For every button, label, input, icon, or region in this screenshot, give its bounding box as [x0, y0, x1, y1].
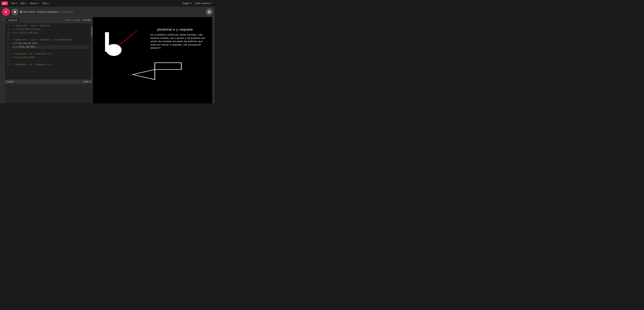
sidebar-toggle[interactable]: › — [0, 17, 5, 103]
editor-header: sketch.js• Saved: 1 day ago Preview — [5, 17, 93, 23]
sketch-menu-arrow: ▼ — [37, 2, 39, 4]
svg-point-3 — [106, 44, 122, 56]
file-menu-arrow: ▼ — [16, 2, 17, 4]
scrollbar-thumb[interactable] — [91, 27, 92, 37]
sketch-canvas: ybolinha e y raquete se a bolinha contin… — [93, 17, 212, 103]
saved-status: Saved: 1 day ago — [64, 19, 80, 21]
console-panel: Console Clear ▼ — [5, 80, 93, 103]
code-line-17 — [12, 59, 89, 63]
help-menu-arrow: ▼ — [47, 2, 49, 4]
play-button[interactable] — [2, 8, 10, 16]
toolbar: Auto-refresh Pong no Cartesiano ✎ by oro… — [0, 7, 215, 17]
code-line-9: //circle(55,165,50); — [12, 31, 89, 35]
code-editor[interactable]: 7 8 9 10 11 12 13 14 15 16 17 18 ///yBol… — [5, 23, 93, 80]
user-menu[interactable]: Hello, oromeu! ▼ — [194, 1, 213, 5]
right-sidebar — [212, 17, 215, 103]
sketch-author: by oromeu — [62, 11, 73, 13]
code-content[interactable]: ///yBolinha - raio = yRaquete //rect(10,… — [11, 23, 91, 80]
settings-button[interactable] — [206, 9, 213, 15]
main-area: › sketch.js• Saved: 1 day ago Preview 7 … — [0, 17, 215, 103]
console-body — [5, 84, 93, 103]
svg-rect-0 — [14, 11, 16, 13]
code-line-13: circle(55,140,50); — [12, 45, 89, 49]
code-line-7: ///yBolinha - raio = yRaquete — [12, 24, 89, 28]
auto-refresh-checkbox[interactable] — [20, 11, 22, 13]
console-clear-button[interactable]: Clear ▼ — [83, 80, 91, 83]
stop-button[interactable] — [12, 9, 18, 15]
auto-refresh-toggle[interactable]: Auto-refresh — [20, 11, 36, 13]
language-selector[interactable]: English ▼ — [181, 1, 193, 5]
editor-panel: sketch.js• Saved: 1 day ago Preview 7 8 … — [5, 17, 93, 103]
lang-arrow: ▼ — [190, 2, 192, 4]
file-tab[interactable]: sketch.js• — [6, 18, 20, 22]
code-line-14 — [12, 49, 89, 52]
line-numbers: 7 8 9 10 11 12 13 14 15 16 17 18 — [5, 23, 11, 80]
help-menu[interactable]: Help ▼ — [41, 1, 50, 5]
code-line-8: //rect(10,140,20,120); — [12, 28, 89, 31]
chevron-right-icon: › — [2, 18, 3, 21]
menu-bar: p5* File ▼ Edit ▼ Sketch ▼ Help ▼ Englis… — [0, 0, 215, 7]
preview-panel: ybolinha e y raquete se a bolinha contin… — [93, 17, 212, 103]
code-line-15: ///xBolinha = 0 / yBolinha = 0 — [12, 52, 89, 56]
chevron-down-icon: ▼ — [89, 80, 91, 83]
sketch-menu[interactable]: Sketch ▼ — [29, 1, 40, 5]
console-header: Console Clear ▼ — [5, 80, 93, 84]
code-line-16: //circle(0,0,200); — [12, 56, 89, 59]
code-line-10 — [12, 35, 89, 38]
svg-text:ybolinha e y raquete: ybolinha e y raquete — [157, 28, 193, 31]
user-arrow: ▼ — [210, 2, 212, 4]
scrollbar-track[interactable] — [91, 23, 93, 80]
preview-label: Preview — [83, 19, 91, 21]
code-line-12: rect(10,140,20,120); — [12, 42, 89, 45]
code-line-18: ///xRaquete = 0 / yRaquete = 0 — [12, 63, 89, 67]
edit-menu[interactable]: Edit ▼ — [19, 1, 28, 5]
code-line-11: ///yBolinha + raio = yRaquete + alturaRa… — [12, 38, 89, 42]
sketch-title: Pong no Cartesiano ✎ — [37, 11, 61, 13]
file-menu[interactable]: File ▼ — [10, 1, 18, 5]
p5-logo[interactable]: p5* — [1, 1, 8, 5]
edit-sketch-name-icon[interactable]: ✎ — [59, 11, 61, 13]
edit-menu-arrow: ▼ — [25, 2, 26, 4]
